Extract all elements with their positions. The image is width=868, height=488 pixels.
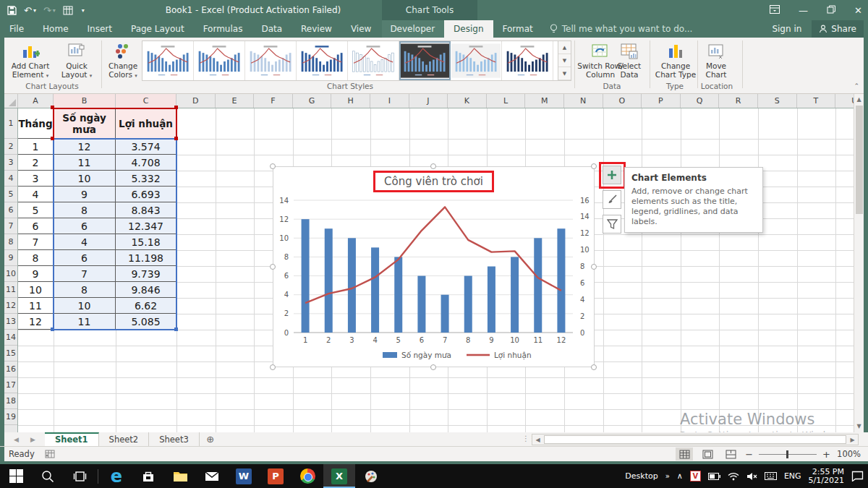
column-header-H[interactable]: H [331, 94, 370, 108]
vertical-scrollbar[interactable]: ▲ ▼ [854, 94, 864, 432]
chart-resize-handle[interactable] [430, 163, 436, 169]
cell-C2[interactable]: 3.574 [116, 139, 176, 155]
cell-A7[interactable]: 6 [18, 218, 54, 234]
cell-C13[interactable]: 5.085 [116, 314, 176, 330]
desktop-toolbar-label[interactable]: Desktop [625, 471, 658, 481]
zoom-out-icon[interactable]: − [745, 449, 753, 460]
cell-B6[interactable]: 8 [54, 202, 116, 218]
tell-me-box[interactable]: Tell me what you want to do... [542, 20, 700, 38]
column-header-S[interactable]: S [758, 94, 797, 108]
customize-qat-icon[interactable]: ▾ [80, 7, 85, 14]
powerpoint-button[interactable]: P [260, 464, 292, 488]
tab-page-layout[interactable]: Page Layout [122, 20, 194, 38]
cell-C4[interactable]: 5.332 [116, 171, 176, 187]
vertical-scrollbar-thumb[interactable] [856, 106, 863, 214]
cell-B8[interactable]: 4 [54, 234, 116, 250]
tab-review[interactable]: Review [292, 20, 341, 38]
sheet-next-icon[interactable]: ▶ [30, 436, 35, 443]
cell-A12[interactable]: 11 [18, 298, 54, 314]
chart-style-thumbnail-4[interactable] [297, 41, 348, 80]
scroll-up-icon[interactable]: ▲ [854, 94, 864, 106]
column-header-O[interactable]: O [603, 94, 642, 108]
cell-B13[interactable]: 11 [54, 314, 116, 330]
tab-design[interactable]: Design [444, 20, 493, 38]
column-header-J[interactable]: J [409, 94, 448, 108]
cell-C8[interactable]: 15.18 [116, 234, 176, 250]
chart-object[interactable]: Công viên trò chơi 024681012140246810121… [273, 166, 595, 367]
column-header-E[interactable]: E [216, 94, 255, 108]
chart-resize-handle[interactable] [270, 264, 276, 270]
show-hidden-icons[interactable]: ∧ [677, 471, 683, 481]
column-header-N[interactable]: N [564, 94, 603, 108]
select-all-corner[interactable] [4, 94, 18, 108]
change-colors-button[interactable]: Change Colors ▾ [104, 40, 142, 89]
gallery-up-icon[interactable]: ▲ [558, 41, 571, 54]
tab-home[interactable]: Home [33, 20, 77, 38]
paint-button[interactable] [355, 464, 387, 488]
cell-C10[interactable]: 9.739 [116, 266, 176, 282]
horizontal-scrollbar-thumb[interactable] [544, 435, 846, 444]
volume-muted-icon[interactable] [746, 472, 757, 481]
cell-A8[interactable]: 7 [18, 234, 54, 250]
scroll-left-icon[interactable]: ◀ [532, 437, 543, 443]
tab-view[interactable]: View [341, 20, 380, 38]
cell-A13[interactable]: 12 [18, 314, 54, 330]
column-header-I[interactable]: I [370, 94, 409, 108]
touch-keyboard-icon[interactable] [765, 472, 777, 480]
chart-style-thumbnail-8[interactable] [502, 41, 553, 80]
chart-title[interactable]: Công viên trò chơi [373, 171, 494, 192]
row-header-10[interactable]: 10 [4, 266, 17, 282]
row-header-17[interactable]: 17 [4, 377, 17, 393]
selection-handle[interactable] [174, 106, 178, 109]
share-button[interactable]: Share [812, 20, 864, 38]
row-header-15[interactable]: 15 [4, 346, 17, 361]
column-header-D[interactable]: D [176, 94, 216, 108]
chart-filters-button[interactable] [603, 215, 621, 234]
gallery-more-icon[interactable]: ▼ [558, 67, 571, 80]
mail-button[interactable] [196, 464, 228, 488]
worksheet-area[interactable]: ABCDEFGHIJKLMNOPQRSTU 123456789101112131… [0, 94, 868, 432]
column-header-Q[interactable]: Q [681, 94, 720, 108]
excel-taskbar-button[interactable]: X [323, 464, 355, 488]
language-indicator[interactable]: ENG [784, 471, 801, 481]
row-header-4[interactable]: 4 [4, 171, 17, 187]
restore-icon[interactable] [827, 5, 835, 16]
row-header-16[interactable]: 16 [4, 361, 17, 377]
column-header-K[interactable]: K [448, 94, 487, 108]
cell-C11[interactable]: 9.846 [116, 282, 176, 298]
horizontal-scrollbar[interactable]: ◀ ▶ [532, 434, 859, 445]
row-header-6[interactable]: 6 [4, 202, 17, 218]
chart-style-thumbnail-7[interactable] [451, 41, 502, 80]
cell-A3[interactable]: 2 [18, 155, 54, 171]
row-header-5[interactable]: 5 [4, 187, 17, 202]
save-icon[interactable] [7, 6, 17, 15]
row-header-14[interactable]: 14 [4, 330, 17, 346]
row-header-12[interactable]: 12 [4, 298, 17, 314]
chart-style-thumbnail-5[interactable] [348, 41, 399, 80]
tab-file[interactable]: File [0, 20, 33, 38]
column-header-C[interactable]: C [116, 94, 176, 108]
sheet-tab-sheet1[interactable]: Sheet1 [45, 432, 99, 446]
cell-C7[interactable]: 12.347 [116, 218, 176, 234]
chart-style-thumbnail-6[interactable] [399, 41, 451, 80]
column-header-T[interactable]: T [797, 94, 836, 108]
column-header-P[interactable]: P [642, 94, 681, 108]
sign-in-link[interactable]: Sign in [772, 24, 801, 34]
column-header-L[interactable]: L [487, 94, 526, 108]
row-header-3[interactable]: 3 [4, 155, 17, 171]
tab-formulas[interactable]: Formulas [194, 20, 252, 38]
cell-C5[interactable]: 6.693 [116, 187, 176, 202]
zoom-slider-thumb[interactable] [786, 450, 788, 458]
chart-resize-handle[interactable] [591, 364, 597, 370]
ribbon-display-options-icon[interactable] [770, 5, 780, 16]
sheet-prev-icon[interactable]: ◀ [14, 436, 19, 443]
new-sheet-icon[interactable]: ⊕ [200, 432, 221, 446]
cell-A11[interactable]: 10 [18, 282, 54, 298]
sheet-tab-sheet3[interactable]: Sheet3 [149, 432, 200, 446]
chart-resize-handle[interactable] [270, 364, 276, 370]
row-header-19[interactable]: 19 [4, 409, 17, 425]
cell-B3[interactable]: 11 [54, 155, 116, 171]
scroll-down-icon[interactable]: ▼ [854, 421, 864, 432]
cell-B7[interactable]: 6 [54, 218, 116, 234]
zoom-level[interactable]: 100% [836, 449, 861, 459]
